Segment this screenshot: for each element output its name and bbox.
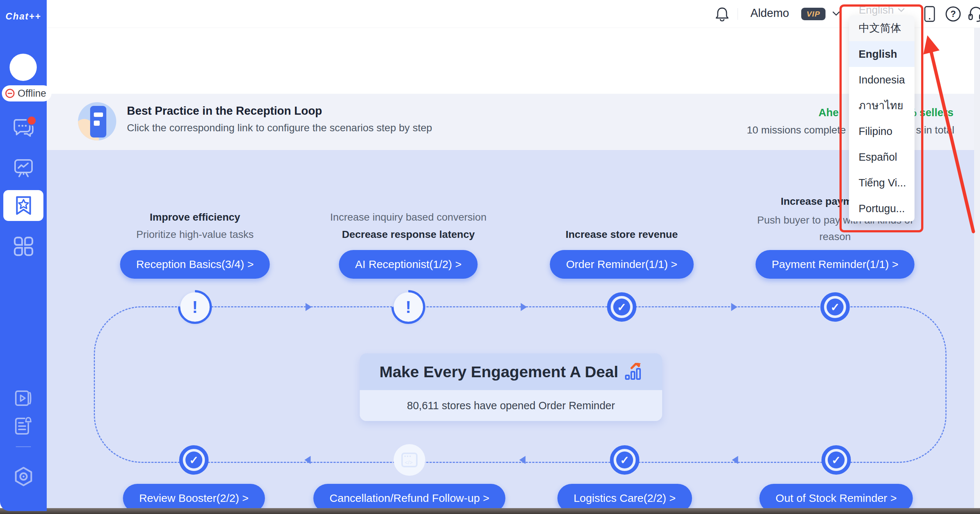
step-alert-icon: ! bbox=[394, 292, 423, 322]
missions-text-left: 10 missions complete bbox=[747, 124, 846, 136]
unread-badge bbox=[27, 116, 37, 126]
column1-line1: Improve efficiency bbox=[150, 211, 240, 223]
engagement-panel-header: Make Every Engagement A Deal bbox=[360, 353, 662, 390]
step-check-icon: ✓ bbox=[610, 445, 640, 475]
account-name[interactable]: Aldemo bbox=[751, 6, 789, 20]
flow-arrow-left-icon bbox=[305, 456, 311, 464]
analytics-monitor-icon bbox=[13, 158, 34, 178]
sidebar-divider bbox=[16, 446, 31, 447]
notification-bell-icon[interactable] bbox=[716, 6, 729, 21]
step-check-icon: ✓ bbox=[179, 445, 208, 475]
flow-arrow-left-icon bbox=[519, 456, 526, 464]
step-check-icon: ✓ bbox=[820, 292, 850, 322]
headset-support-icon[interactable] bbox=[967, 6, 980, 22]
sidebar-item-tutorials[interactable] bbox=[0, 389, 47, 408]
flow-arrow-right-icon bbox=[731, 303, 738, 311]
column2-line2: Decrease response latency bbox=[342, 229, 474, 240]
sidebar-item-apps[interactable] bbox=[0, 236, 47, 257]
check-glyph: ✓ bbox=[613, 298, 630, 316]
banner-subtitle: Click the corresponding link to configur… bbox=[127, 122, 432, 134]
app-root: Improve efficiency Prioritize high-value… bbox=[0, 0, 980, 514]
status-label: Offline bbox=[18, 88, 46, 99]
phone-shape bbox=[90, 106, 106, 138]
step-alert-icon: ! bbox=[180, 292, 210, 322]
vip-badge: VIP bbox=[801, 8, 826, 20]
avatar[interactable] bbox=[10, 54, 37, 81]
ai-receptionist-button[interactable]: AI Receptionist(1/2) > bbox=[339, 250, 477, 279]
platform-tabs-row: Shopee Lazada Tokopedia bbox=[47, 28, 974, 59]
achievement-text-left: Ahe bbox=[819, 106, 839, 119]
mobile-phone-icon[interactable] bbox=[923, 5, 936, 23]
banner-title: Best Practice in the Reception Loop bbox=[127, 105, 322, 117]
reception-basics-button[interactable]: Reception Basics(3/4) > bbox=[120, 250, 270, 279]
engagement-title: Make Every Engagement A Deal bbox=[379, 363, 618, 381]
svg-text:?: ? bbox=[951, 9, 956, 19]
sidebar-item-best-practice-active[interactable] bbox=[3, 190, 43, 221]
sidebar-item-release-notes[interactable] bbox=[0, 416, 47, 435]
column1-line2: Prioritize high-value tasks bbox=[136, 229, 253, 240]
header-divider bbox=[738, 8, 738, 20]
step-pending-icon: </> bbox=[394, 444, 425, 476]
status-pill[interactable]: Offline bbox=[2, 85, 51, 102]
annotation-highlight-box bbox=[840, 5, 923, 232]
best-practice-bookmark-icon bbox=[14, 195, 33, 216]
country-tabs-row: Indonesia(11/12) Malaysia(10/12) Thailan… bbox=[47, 59, 974, 94]
alert-glyph: ! bbox=[406, 297, 411, 317]
apps-grid-icon bbox=[13, 236, 34, 257]
settings-hex-icon bbox=[13, 466, 34, 487]
check-glyph: ✓ bbox=[616, 452, 633, 468]
check-glyph: ✓ bbox=[828, 452, 845, 468]
hand-phone-icon bbox=[78, 102, 116, 140]
check-glyph: ✓ bbox=[827, 298, 843, 316]
step-check-icon: ✓ bbox=[607, 292, 636, 322]
help-circle-icon[interactable]: ? bbox=[945, 6, 962, 22]
payment-reminder-button[interactable]: Payment Reminder(1/1) > bbox=[756, 250, 915, 279]
engagement-stat: 80,611 stores have opened Order Reminder bbox=[407, 400, 615, 412]
check-glyph: ✓ bbox=[185, 452, 202, 468]
doc-notification-icon bbox=[14, 416, 33, 435]
app-logo: Chat++ bbox=[0, 11, 47, 22]
flow-arrow-right-icon bbox=[521, 303, 527, 311]
growth-chart-icon bbox=[624, 363, 643, 381]
order-reminder-button[interactable]: Order Reminder(1/1) > bbox=[550, 250, 694, 279]
column2-line1: Increase inquiry based conversion bbox=[330, 211, 487, 223]
sidebar-item-settings[interactable] bbox=[0, 466, 47, 487]
step-check-icon: ✓ bbox=[821, 445, 851, 475]
column3-line1: Increase store revenue bbox=[565, 229, 678, 240]
sidebar-item-chats[interactable] bbox=[0, 117, 47, 138]
account-chevron-down-icon[interactable] bbox=[832, 11, 840, 16]
sidebar: Chat++ Offline bbox=[0, 0, 47, 511]
offline-minus-icon bbox=[5, 88, 15, 98]
video-tutorial-icon bbox=[14, 389, 33, 408]
window-bottom-edge bbox=[0, 508, 980, 514]
scroll-gutter[interactable] bbox=[974, 28, 980, 508]
svg-text:</>: </> bbox=[405, 459, 413, 465]
alert-glyph: ! bbox=[192, 297, 197, 317]
engagement-panel: Make Every Engagement A Deal 80,611 stor… bbox=[360, 353, 662, 421]
sidebar-item-analytics[interactable] bbox=[0, 158, 47, 178]
best-practice-banner: Best Practice in the Reception Loop Clic… bbox=[47, 94, 974, 150]
code-window-icon: </> bbox=[400, 451, 419, 470]
workflow-canvas: Improve efficiency Prioritize high-value… bbox=[47, 150, 974, 508]
flow-arrow-right-icon bbox=[306, 303, 312, 311]
flow-arrow-left-icon bbox=[732, 456, 738, 464]
engagement-panel-stat-row: 80,611 stores have opened Order Reminder bbox=[360, 390, 662, 421]
